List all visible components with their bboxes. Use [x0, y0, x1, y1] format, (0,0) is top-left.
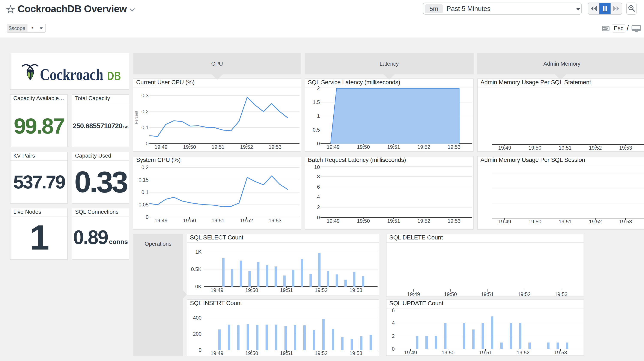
svg-text:19:52: 19:52 — [240, 144, 253, 150]
svg-text:19:53: 19:53 — [350, 350, 362, 356]
svg-text:0: 0 — [199, 347, 202, 353]
svg-text:19:52: 19:52 — [589, 145, 602, 151]
svg-text:19:52: 19:52 — [418, 144, 430, 150]
svg-text:19:51: 19:51 — [280, 350, 293, 356]
svg-text:19:52: 19:52 — [418, 218, 430, 224]
svg-text:0.5: 0.5 — [313, 127, 320, 133]
svg-text:19:50: 19:50 — [444, 291, 457, 296]
svg-text:19:51: 19:51 — [212, 144, 224, 150]
svg-text:19:49: 19:49 — [210, 350, 224, 356]
svg-text:6: 6 — [317, 184, 320, 190]
svg-text:19:50: 19:50 — [357, 144, 370, 150]
svg-text:19:51: 19:51 — [387, 144, 400, 150]
svg-text:19:53: 19:53 — [268, 218, 282, 223]
svg-text:19:52: 19:52 — [589, 219, 602, 224]
svg-text:0: 0 — [317, 214, 320, 220]
svg-text:19:51: 19:51 — [387, 218, 400, 224]
svg-text:19:53: 19:53 — [350, 287, 362, 293]
svg-text:0.2: 0.2 — [142, 109, 148, 114]
svg-text:19:53: 19:53 — [448, 144, 460, 150]
svg-text:0.5K: 0.5K — [191, 266, 202, 272]
svg-text:Percent: Percent — [134, 111, 138, 124]
svg-text:19:50: 19:50 — [357, 218, 370, 224]
svg-text:0.05: 0.05 — [138, 202, 148, 208]
svg-text:19:52: 19:52 — [517, 350, 530, 356]
svg-text:19:51: 19:51 — [212, 218, 224, 223]
svg-text:0K: 0K — [195, 284, 202, 290]
svg-text:19:49: 19:49 — [154, 144, 168, 150]
svg-text:19:50: 19:50 — [183, 218, 196, 223]
svg-text:8: 8 — [317, 174, 320, 180]
svg-text:2: 2 — [392, 333, 395, 339]
svg-text:19:51: 19:51 — [559, 219, 572, 224]
svg-text:19:52: 19:52 — [315, 350, 328, 356]
svg-text:4: 4 — [317, 194, 320, 200]
svg-text:19:51: 19:51 — [559, 145, 572, 151]
svg-text:19:53: 19:53 — [619, 145, 632, 151]
svg-text:19:52: 19:52 — [315, 287, 328, 293]
svg-text:2: 2 — [317, 204, 320, 210]
svg-text:19:50: 19:50 — [528, 145, 541, 151]
svg-text:19:53: 19:53 — [554, 291, 568, 296]
svg-text:0.2: 0.2 — [142, 164, 148, 170]
svg-text:10: 10 — [314, 164, 320, 170]
svg-text:19:49: 19:49 — [404, 350, 417, 356]
svg-text:19:49: 19:49 — [327, 144, 340, 150]
svg-text:0: 0 — [146, 214, 148, 220]
svg-text:19:51: 19:51 — [479, 350, 492, 356]
svg-text:19:49: 19:49 — [154, 218, 168, 223]
svg-text:Cockroach: Cockroach — [40, 66, 103, 84]
svg-text:200: 200 — [193, 331, 202, 337]
svg-text:19:50: 19:50 — [442, 350, 454, 356]
svg-text:19:49: 19:49 — [210, 287, 224, 293]
svg-text:19:50: 19:50 — [528, 219, 541, 224]
svg-text:1.5: 1.5 — [313, 99, 320, 105]
svg-text:0.15: 0.15 — [138, 177, 148, 183]
svg-text:19:51: 19:51 — [481, 291, 494, 296]
svg-text:0: 0 — [392, 346, 395, 352]
svg-text:19:49: 19:49 — [498, 219, 511, 224]
svg-text:19:52: 19:52 — [240, 218, 253, 223]
svg-text:0.1: 0.1 — [142, 189, 148, 195]
svg-text:19:53: 19:53 — [554, 350, 567, 356]
svg-text:19:50: 19:50 — [245, 287, 258, 293]
svg-text:19:49: 19:49 — [327, 218, 340, 224]
svg-text:DB: DB — [107, 69, 121, 82]
svg-text:400: 400 — [193, 315, 202, 321]
svg-text:0.3: 0.3 — [142, 92, 148, 98]
svg-text:19:53: 19:53 — [619, 219, 632, 224]
svg-text:19:49: 19:49 — [498, 145, 511, 151]
svg-text:19:50: 19:50 — [245, 350, 258, 356]
svg-text:19:50: 19:50 — [183, 144, 196, 150]
svg-text:0.1: 0.1 — [142, 124, 148, 130]
svg-text:19:53: 19:53 — [268, 144, 282, 150]
svg-text:19:51: 19:51 — [280, 287, 293, 293]
svg-text:1K: 1K — [195, 249, 202, 255]
svg-text:0: 0 — [146, 141, 148, 146]
svg-text:1: 1 — [317, 113, 320, 119]
svg-text:19:49: 19:49 — [407, 291, 420, 296]
svg-text:19:53: 19:53 — [448, 218, 460, 224]
svg-text:4: 4 — [392, 320, 395, 326]
svg-text:0: 0 — [317, 141, 320, 146]
svg-text:19:52: 19:52 — [518, 291, 530, 296]
